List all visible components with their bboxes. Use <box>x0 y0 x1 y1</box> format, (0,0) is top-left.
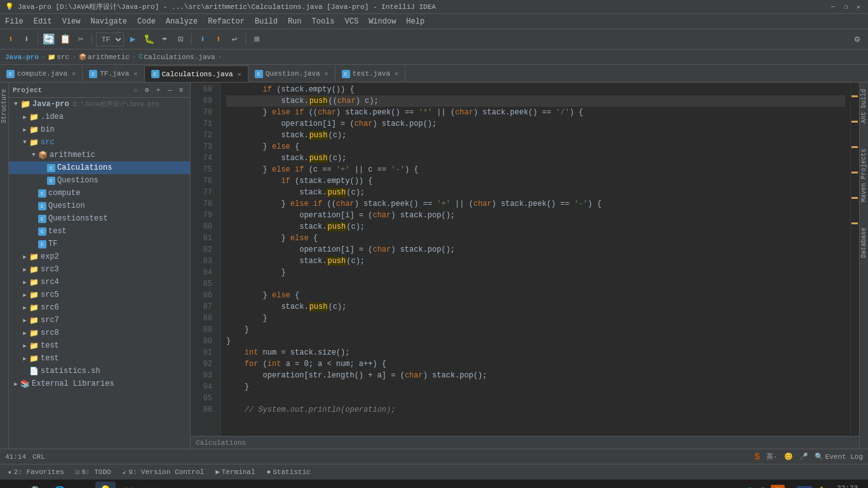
tab-close-compute[interactable]: ✕ <box>72 70 76 78</box>
expand-src[interactable]: ▼ <box>20 139 29 146</box>
tray-lang[interactable]: 英 <box>771 485 785 488</box>
tree-item-src6[interactable]: ▶ 📁 src6 <box>9 301 190 314</box>
structure-tab[interactable]: Structure <box>0 85 9 127</box>
tab-close-test[interactable]: ✕ <box>395 70 398 78</box>
tree-item-calculations[interactable]: ▶ C Calculations <box>9 161 190 174</box>
database-tab[interactable]: Database <box>859 224 868 262</box>
tree-item-statistics-sh[interactable]: ▶ 📄 statistics.sh <box>9 365 190 377</box>
tree-item-src3[interactable]: ▶ 📁 src3 <box>9 263 190 276</box>
run-button[interactable]: ▶ <box>126 32 140 46</box>
tab-close-tf[interactable]: ✕ <box>133 70 137 78</box>
breadcrumb-file[interactable]: C Calculations.java <box>139 53 215 61</box>
favorites-tab[interactable]: ★ 2: Favorites <box>5 468 67 476</box>
toolbar-settings-btn[interactable]: ⚙ <box>850 32 864 46</box>
run-config-select[interactable]: TF <box>96 32 124 46</box>
tab-test[interactable]: C test.java ✕ <box>336 65 405 82</box>
expand-java-pro[interactable]: ▼ <box>11 101 20 107</box>
search-button[interactable]: 🔍 <box>27 482 47 489</box>
toolbar-layout-btn[interactable]: ⊞ <box>250 32 264 46</box>
menu-edit[interactable]: Edit <box>29 14 57 29</box>
coverage-button[interactable]: ☂ <box>158 32 172 46</box>
breadcrumb-project[interactable]: Java-pro <box>5 53 39 61</box>
tab-question[interactable]: C Question.java ✕ <box>248 65 336 82</box>
toolbar-btn-3[interactable]: ✂ <box>74 32 88 46</box>
cortana-button[interactable]: 🌐 <box>50 482 70 489</box>
explorer-app[interactable]: 📁 <box>118 482 139 489</box>
proj-btn-4[interactable]: — <box>165 85 175 95</box>
tree-item-question[interactable]: ▶ C Question <box>9 200 190 212</box>
menu-build[interactable]: Build <box>250 14 283 29</box>
proj-btn-2[interactable]: ⚙ <box>142 85 152 95</box>
tree-item-tf[interactable]: ▶ C TF <box>9 238 190 250</box>
tab-close-question[interactable]: ✕ <box>325 70 329 78</box>
maven-projects-tab[interactable]: Maven Projects <box>859 145 868 206</box>
game-app[interactable]: 🎮 <box>141 482 161 489</box>
expand-src8[interactable]: ▶ <box>20 330 29 337</box>
proj-btn-1[interactable]: ☆ <box>130 85 140 95</box>
menu-analyze[interactable]: Analyze <box>161 14 203 29</box>
tree-item-src4[interactable]: ▶ 📁 src4 <box>9 276 190 288</box>
toolbar-btn-2[interactable]: 📋 <box>58 32 72 46</box>
tab-compute[interactable]: C compute.java ✕ <box>0 65 83 82</box>
toolbar-back-btn[interactable]: ⬆ <box>4 32 18 46</box>
expand-arithmetic[interactable]: ▼ <box>29 152 38 158</box>
tree-item-src5[interactable]: ▶ 📁 src5 <box>9 288 190 301</box>
expand-src3[interactable]: ▶ <box>20 266 29 273</box>
version-control-tab[interactable]: ↙ 9: Version Control <box>120 468 207 476</box>
expand-test-folder[interactable]: ▶ <box>20 342 29 349</box>
terminal-tab[interactable]: ▶ Terminal <box>213 468 257 476</box>
tree-item-bin[interactable]: ▶ 📁 bin <box>9 123 190 136</box>
proj-btn-5[interactable]: ≡ <box>176 85 186 95</box>
tree-item-compute[interactable]: ▶ C compute <box>9 187 190 200</box>
code-editor[interactable]: 68 69 70 71 72 73 74 75 76 77 78 79 80 8… <box>191 83 859 436</box>
tree-item-src[interactable]: ▼ 📁 src <box>9 136 190 149</box>
tree-item-ext-libs[interactable]: ▶ 📚 External Libraries <box>9 377 190 390</box>
tree-item-idea[interactable]: ▶ 📁 .idea <box>9 111 190 123</box>
tree-item-arithmetic[interactable]: ▼ 📦 arithmetic <box>9 149 190 161</box>
minimize-button[interactable]: — <box>829 3 837 11</box>
toolbar-btn-1[interactable]: 🔄 <box>42 32 56 46</box>
statistic-tab[interactable]: ● Statistic <box>264 468 313 476</box>
expand-test2[interactable]: ▶ <box>20 355 29 362</box>
tree-item-questions[interactable]: ▶ C Questions <box>9 174 190 187</box>
expand-src5[interactable]: ▶ <box>20 292 29 299</box>
menu-window[interactable]: Window <box>363 14 401 29</box>
proj-btn-3[interactable]: + <box>153 85 163 95</box>
code-content[interactable]: if (stack.empty()) { stack.push((char) c… <box>221 83 850 436</box>
expand-src7[interactable]: ▶ <box>20 317 29 324</box>
toolbar-vcs-3[interactable]: ↩ <box>227 32 241 46</box>
expand-ext-libs[interactable]: ▶ <box>11 381 20 388</box>
maximize-button[interactable]: ❐ <box>841 3 850 11</box>
toolbar-fwd-btn[interactable]: ⬇ <box>20 32 34 46</box>
tree-item-src8[interactable]: ▶ 📁 src8 <box>9 327 190 339</box>
profile-button[interactable]: ⊡ <box>173 32 187 46</box>
menu-code[interactable]: Code <box>132 14 161 29</box>
menu-refactor[interactable]: Refactor <box>203 14 250 29</box>
ant-build-tab[interactable]: Ant build <box>859 85 868 127</box>
tree-item-test-folder[interactable]: ▶ 📁 test <box>9 339 190 352</box>
menu-file[interactable]: File <box>0 14 29 29</box>
breadcrumb-arithmetic[interactable]: 📦 arithmetic <box>79 53 130 61</box>
tree-item-questionstest[interactable]: ▶ C Questionstest <box>9 212 190 225</box>
tree-item-test[interactable]: ▶ C test <box>9 225 190 238</box>
tree-item-test2[interactable]: ▶ 📁 test <box>9 352 190 365</box>
menu-navigate[interactable]: Navigate <box>85 14 132 29</box>
menu-view[interactable]: View <box>57 14 86 29</box>
debug-button[interactable]: 🐛 <box>142 32 156 46</box>
tab-close-calculations[interactable]: ✕ <box>238 71 241 78</box>
event-log[interactable]: 🔍 Event Log <box>815 452 863 461</box>
expand-exp2[interactable]: ▶ <box>20 254 29 261</box>
tab-tf[interactable]: C TF.java ✕ <box>83 65 144 82</box>
tree-item-java-pro[interactable]: ▼ 📁 Java-pro D:\JAVA程序设计\Java-pro <box>9 98 190 111</box>
start-button[interactable]: ⊞ <box>4 482 24 489</box>
menu-tools[interactable]: Tools <box>307 14 340 29</box>
toolbar-vcs-1[interactable]: ⬇ <box>196 32 210 46</box>
tree-item-src7[interactable]: ▶ 📁 src7 <box>9 314 190 327</box>
menu-vcs[interactable]: VCS <box>340 14 364 29</box>
menu-run[interactable]: Run <box>283 14 307 29</box>
tree-item-exp2[interactable]: ▶ 📁 exp2 <box>9 250 190 263</box>
expand-bin[interactable]: ▶ <box>20 126 29 133</box>
close-button[interactable]: ✕ <box>854 3 863 11</box>
tab-calculations[interactable]: C Calculations.java ✕ <box>145 65 248 82</box>
toolbar-vcs-2[interactable]: ⬆ <box>212 32 226 46</box>
